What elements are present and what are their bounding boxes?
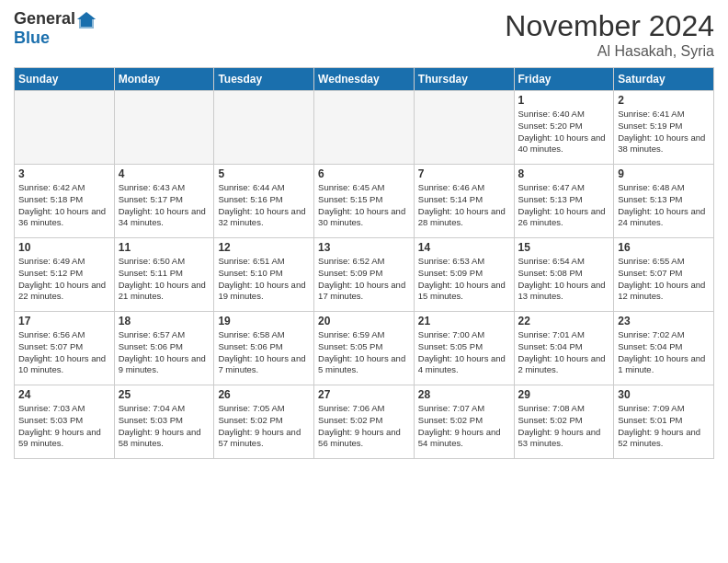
day-info: Sunrise: 6:44 AMSunset: 5:16 PMDaylight:… bbox=[218, 182, 310, 229]
calendar-week-3: 10Sunrise: 6:49 AMSunset: 5:12 PMDayligh… bbox=[15, 238, 714, 312]
calendar-cell-2-3: 5Sunrise: 6:44 AMSunset: 5:16 PMDaylight… bbox=[214, 165, 314, 238]
calendar-cell-5-2: 25Sunrise: 7:04 AMSunset: 5:03 PMDayligh… bbox=[114, 385, 214, 459]
day-info: Sunrise: 6:57 AMSunset: 5:06 PMDaylight:… bbox=[119, 329, 210, 376]
day-info: Sunrise: 7:02 AMSunset: 5:04 PMDaylight:… bbox=[618, 329, 710, 376]
day-number: 9 bbox=[618, 167, 710, 180]
calendar-cell-3-1: 10Sunrise: 6:49 AMSunset: 5:12 PMDayligh… bbox=[15, 238, 115, 312]
calendar-cell-5-6: 29Sunrise: 7:08 AMSunset: 5:02 PMDayligh… bbox=[514, 385, 614, 459]
calendar-cell-4-5: 21Sunrise: 7:00 AMSunset: 5:05 PMDayligh… bbox=[414, 312, 514, 385]
day-info: Sunrise: 6:51 AMSunset: 5:10 PMDaylight:… bbox=[218, 256, 310, 303]
day-info: Sunrise: 6:43 AMSunset: 5:17 PMDaylight:… bbox=[119, 182, 210, 229]
calendar-cell-1-2 bbox=[114, 91, 214, 165]
day-number: 18 bbox=[119, 315, 210, 327]
day-number: 15 bbox=[518, 241, 610, 254]
col-saturday: Saturday bbox=[614, 68, 714, 91]
day-number: 12 bbox=[218, 241, 310, 254]
svg-marker-1 bbox=[77, 14, 96, 29]
day-number: 3 bbox=[18, 167, 110, 180]
day-number: 20 bbox=[318, 315, 410, 327]
calendar-cell-1-1 bbox=[15, 91, 115, 165]
day-info: Sunrise: 6:58 AMSunset: 5:06 PMDaylight:… bbox=[218, 329, 310, 376]
calendar-cell-3-6: 15Sunrise: 6:54 AMSunset: 5:08 PMDayligh… bbox=[514, 238, 614, 312]
day-number: 30 bbox=[618, 388, 710, 401]
calendar-cell-1-4 bbox=[314, 91, 415, 165]
calendar-cell-4-2: 18Sunrise: 6:57 AMSunset: 5:06 PMDayligh… bbox=[114, 312, 214, 385]
day-info: Sunrise: 6:48 AMSunset: 5:13 PMDaylight:… bbox=[618, 182, 710, 229]
day-number: 13 bbox=[318, 241, 410, 254]
day-number: 28 bbox=[418, 388, 510, 401]
logo-general: General bbox=[14, 9, 75, 29]
location: Al Hasakah, Syria bbox=[505, 43, 714, 60]
calendar-cell-1-7: 2Sunrise: 6:41 AMSunset: 5:19 PMDaylight… bbox=[614, 91, 714, 165]
col-sunday: Sunday bbox=[15, 68, 115, 91]
day-number: 19 bbox=[218, 315, 310, 327]
day-info: Sunrise: 6:41 AMSunset: 5:19 PMDaylight:… bbox=[618, 109, 710, 155]
day-info: Sunrise: 7:06 AMSunset: 5:02 PMDaylight:… bbox=[318, 403, 410, 450]
calendar-week-4: 17Sunrise: 6:56 AMSunset: 5:07 PMDayligh… bbox=[15, 312, 714, 385]
calendar-cell-4-4: 20Sunrise: 6:59 AMSunset: 5:05 PMDayligh… bbox=[314, 312, 415, 385]
day-number: 1 bbox=[518, 94, 610, 107]
day-info: Sunrise: 6:47 AMSunset: 5:13 PMDaylight:… bbox=[518, 182, 610, 229]
calendar-cell-3-3: 12Sunrise: 6:51 AMSunset: 5:10 PMDayligh… bbox=[214, 238, 314, 312]
title-section: November 2024 Al Hasakah, Syria bbox=[505, 9, 714, 60]
day-info: Sunrise: 7:01 AMSunset: 5:04 PMDaylight:… bbox=[518, 329, 610, 376]
day-number: 2 bbox=[618, 94, 710, 107]
day-number: 7 bbox=[418, 167, 510, 180]
day-number: 6 bbox=[318, 167, 410, 180]
day-info: Sunrise: 7:04 AMSunset: 5:03 PMDaylight:… bbox=[119, 403, 210, 450]
header: General Blue November 2024 Al Hasakah, S… bbox=[14, 9, 714, 60]
calendar-cell-1-6: 1Sunrise: 6:40 AMSunset: 5:20 PMDaylight… bbox=[514, 91, 614, 165]
day-number: 26 bbox=[218, 388, 310, 401]
calendar-cell-3-5: 14Sunrise: 6:53 AMSunset: 5:09 PMDayligh… bbox=[414, 238, 514, 312]
calendar-cell-2-6: 8Sunrise: 6:47 AMSunset: 5:13 PMDaylight… bbox=[514, 165, 614, 238]
calendar-cell-2-2: 4Sunrise: 6:43 AMSunset: 5:17 PMDaylight… bbox=[114, 165, 214, 238]
calendar: Sunday Monday Tuesday Wednesday Thursday… bbox=[14, 67, 714, 459]
col-friday: Friday bbox=[514, 68, 614, 91]
calendar-cell-3-7: 16Sunrise: 6:55 AMSunset: 5:07 PMDayligh… bbox=[614, 238, 714, 312]
calendar-cell-4-3: 19Sunrise: 6:58 AMSunset: 5:06 PMDayligh… bbox=[214, 312, 314, 385]
col-wednesday: Wednesday bbox=[314, 68, 415, 91]
day-info: Sunrise: 6:42 AMSunset: 5:18 PMDaylight:… bbox=[18, 182, 110, 229]
day-number: 23 bbox=[618, 315, 710, 327]
day-info: Sunrise: 7:09 AMSunset: 5:01 PMDaylight:… bbox=[618, 403, 710, 450]
day-info: Sunrise: 7:03 AMSunset: 5:03 PMDaylight:… bbox=[18, 403, 110, 450]
day-info: Sunrise: 7:00 AMSunset: 5:05 PMDaylight:… bbox=[418, 329, 510, 376]
day-number: 29 bbox=[518, 388, 610, 401]
col-thursday: Thursday bbox=[414, 68, 514, 91]
logo-blue-text: Blue bbox=[14, 29, 50, 47]
calendar-cell-1-3 bbox=[214, 91, 314, 165]
calendar-cell-5-7: 30Sunrise: 7:09 AMSunset: 5:01 PMDayligh… bbox=[614, 385, 714, 459]
page: General Blue November 2024 Al Hasakah, S… bbox=[0, 0, 728, 563]
col-monday: Monday bbox=[114, 68, 214, 91]
calendar-cell-3-2: 11Sunrise: 6:50 AMSunset: 5:11 PMDayligh… bbox=[114, 238, 214, 312]
day-number: 10 bbox=[18, 241, 110, 254]
day-number: 5 bbox=[218, 167, 310, 180]
day-info: Sunrise: 6:55 AMSunset: 5:07 PMDaylight:… bbox=[618, 256, 710, 303]
col-tuesday: Tuesday bbox=[214, 68, 314, 91]
day-info: Sunrise: 6:53 AMSunset: 5:09 PMDaylight:… bbox=[418, 256, 510, 303]
day-number: 17 bbox=[18, 315, 110, 327]
calendar-cell-4-7: 23Sunrise: 7:02 AMSunset: 5:04 PMDayligh… bbox=[614, 312, 714, 385]
day-number: 16 bbox=[618, 241, 710, 254]
calendar-cell-5-4: 27Sunrise: 7:06 AMSunset: 5:02 PMDayligh… bbox=[314, 385, 415, 459]
day-info: Sunrise: 6:49 AMSunset: 5:12 PMDaylight:… bbox=[18, 256, 110, 303]
day-info: Sunrise: 6:54 AMSunset: 5:08 PMDaylight:… bbox=[518, 256, 610, 303]
day-number: 25 bbox=[119, 388, 210, 401]
calendar-cell-1-5 bbox=[414, 91, 514, 165]
day-number: 14 bbox=[418, 241, 510, 254]
day-info: Sunrise: 6:56 AMSunset: 5:07 PMDaylight:… bbox=[18, 329, 110, 376]
calendar-cell-4-1: 17Sunrise: 6:56 AMSunset: 5:07 PMDayligh… bbox=[15, 312, 115, 385]
day-number: 11 bbox=[119, 241, 210, 254]
day-number: 4 bbox=[119, 167, 210, 180]
calendar-cell-2-1: 3Sunrise: 6:42 AMSunset: 5:18 PMDaylight… bbox=[15, 165, 115, 238]
day-info: Sunrise: 6:45 AMSunset: 5:15 PMDaylight:… bbox=[318, 182, 410, 229]
calendar-cell-5-5: 28Sunrise: 7:07 AMSunset: 5:02 PMDayligh… bbox=[414, 385, 514, 459]
calendar-cell-5-3: 26Sunrise: 7:05 AMSunset: 5:02 PMDayligh… bbox=[214, 385, 314, 459]
day-info: Sunrise: 6:40 AMSunset: 5:20 PMDaylight:… bbox=[518, 109, 610, 155]
calendar-cell-3-4: 13Sunrise: 6:52 AMSunset: 5:09 PMDayligh… bbox=[314, 238, 415, 312]
calendar-week-5: 24Sunrise: 7:03 AMSunset: 5:03 PMDayligh… bbox=[15, 385, 714, 459]
calendar-week-2: 3Sunrise: 6:42 AMSunset: 5:18 PMDaylight… bbox=[15, 165, 714, 238]
calendar-header-row: Sunday Monday Tuesday Wednesday Thursday… bbox=[15, 68, 714, 91]
day-number: 8 bbox=[518, 167, 610, 180]
calendar-cell-5-1: 24Sunrise: 7:03 AMSunset: 5:03 PMDayligh… bbox=[15, 385, 115, 459]
